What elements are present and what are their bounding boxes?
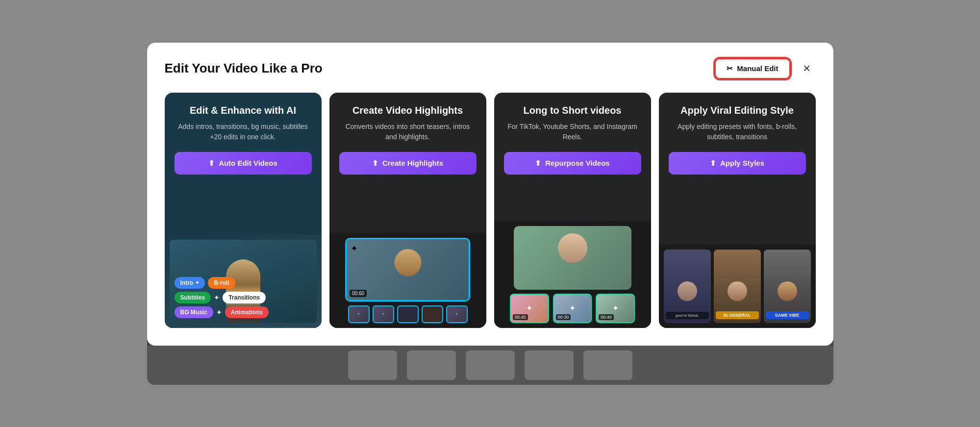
card-ai-edit-desc: Adds intros, transitions, bg music, subt… (175, 122, 312, 142)
repurpose-thumb-row: ✦ 00:45 ✦ 00:30 ✦ 00:40 (510, 294, 635, 323)
close-icon: × (803, 61, 810, 76)
repurpose-thumb-1: ✦ 00:45 (510, 294, 549, 323)
card-ai-edit-title: Edit & Enhance with AI (175, 104, 312, 117)
upload-icon-4: ⬆ (710, 159, 716, 168)
video-timestamp: 00:60 (350, 290, 367, 297)
badge-grid: Intro✦ B-roll Subtitles ✦ Transitions BG… (170, 277, 317, 318)
manual-edit-label: Manual Edit (737, 64, 778, 73)
style-badge-2: IN GENERAL (716, 311, 759, 319)
cards-grid: Edit & Enhance with AI Adds intros, tran… (165, 93, 816, 328)
manual-edit-button[interactable]: ✂ Manual Edit (715, 58, 790, 79)
card-styles: Apply Viral Editing Style Apply editing … (659, 93, 816, 328)
modal-title: Edit Your Video Like a Pro (165, 61, 323, 76)
apply-styles-label: Apply Styles (720, 159, 764, 167)
card-repurpose-content: Long to Short videos For TikTok, Youtube… (494, 93, 651, 221)
badge-broll: B-roll (208, 277, 235, 289)
card-highlights-content: Create Video Highlights Converts videos … (329, 93, 486, 233)
main-highlight-thumb: ✦ 00:60 (345, 238, 470, 301)
card-styles-title: Apply Viral Editing Style (669, 104, 806, 117)
small-thumb-5: ✦ (446, 305, 468, 323)
strip-thumb-4 (525, 351, 574, 380)
strip-thumb-1 (348, 351, 397, 380)
close-button[interactable]: × (798, 60, 816, 77)
create-highlights-label: Create Highlights (382, 159, 443, 167)
card-repurpose-desc: For TikTok, Youtube Shorts, and Instagra… (504, 122, 641, 142)
modal: Edit Your Video Like a Pro ✂ Manual Edit… (147, 43, 833, 346)
auto-edit-label: Auto Edit Videos (219, 159, 277, 167)
small-thumb-3 (397, 305, 419, 323)
modal-overlay: Edit Your Video Like a Pro ✂ Manual Edit… (147, 43, 833, 385)
auto-edit-button[interactable]: ⬆ Auto Edit Videos (175, 152, 312, 175)
card-highlights-image: ✦ 00:60 ✦ ✦ ✦ (329, 233, 486, 328)
card-repurpose-title: Long to Short videos (504, 104, 641, 117)
repurpose-button[interactable]: ⬆ Repurpose Videos (504, 152, 641, 175)
style-thumb-2: IN GENERAL (714, 250, 761, 323)
bottom-strip (147, 346, 833, 385)
sparkle-icon-r2: ✦ (569, 303, 576, 313)
main-repurpose-thumb (514, 226, 631, 290)
repurpose-thumb-2: ✦ 00:30 (553, 294, 592, 323)
card-repurpose: Long to Short videos For TikTok, Youtube… (494, 93, 651, 328)
badge-transitions: Transitions (223, 292, 266, 303)
badge-animations: Animations (225, 306, 269, 318)
sparkle-icon-r1: ✦ (526, 303, 532, 313)
sparkle-icon-r3: ✦ (612, 303, 619, 313)
style-thumb-1: you're hired. (664, 250, 711, 323)
card-repurpose-image: ✦ 00:45 ✦ 00:30 ✦ 00:40 (494, 221, 651, 328)
create-highlights-button[interactable]: ⬆ Create Highlights (339, 152, 477, 175)
small-thumb-2: ✦ (373, 305, 394, 323)
card-ai-edit: Edit & Enhance with AI Adds intros, tran… (165, 93, 322, 328)
small-thumb-4 (422, 305, 443, 323)
apply-styles-button[interactable]: ⬆ Apply Styles (669, 152, 806, 175)
badge-subtitles: Subtitles (175, 292, 211, 303)
card-ai-edit-content: Edit & Enhance with AI Adds intros, tran… (165, 93, 322, 235)
thumbnail-row: ✦ ✦ ✦ (345, 305, 470, 323)
repurpose-label: Repurpose Videos (545, 159, 609, 167)
upload-icon-3: ⬆ (535, 159, 541, 168)
card-ai-edit-image: Intro✦ B-roll Subtitles ✦ Transitions BG… (165, 235, 322, 328)
strip-thumb-5 (583, 351, 632, 380)
strip-thumb-3 (466, 351, 515, 380)
small-thumb-1: ✦ (348, 305, 370, 323)
style-badge-3: SAME VIBE (766, 311, 809, 319)
card-highlights-title: Create Video Highlights (339, 104, 477, 117)
upload-icon: ⬆ (208, 159, 215, 168)
scissors-icon: ✂ (727, 64, 733, 73)
badge-intro: Intro✦ (175, 277, 205, 289)
sparkle-icon: ✦ (351, 243, 358, 254)
header-right: ✂ Manual Edit × (715, 58, 815, 79)
card-highlights-desc: Converts videos into short teasers, intr… (339, 122, 477, 142)
modal-header: Edit Your Video Like a Pro ✂ Manual Edit… (165, 58, 816, 79)
card-styles-content: Apply Viral Editing Style Apply editing … (659, 93, 816, 245)
badge-bgmusic: BG Music (175, 306, 213, 318)
style-thumb-3: SAME VIBE (764, 250, 811, 323)
card-highlights: Create Video Highlights Converts videos … (329, 93, 486, 328)
style-badge-1: you're hired. (666, 312, 709, 319)
card-styles-image: you're hired. IN GENERAL SAME VIBE (659, 245, 816, 328)
strip-thumb-2 (407, 351, 456, 380)
card-styles-desc: Apply editing presets with fonts, b-roll… (669, 122, 806, 142)
repurpose-thumb-3: ✦ 00:40 (596, 294, 635, 323)
upload-icon-2: ⬆ (372, 159, 378, 168)
timestamp-1: 00:45 (513, 314, 528, 320)
